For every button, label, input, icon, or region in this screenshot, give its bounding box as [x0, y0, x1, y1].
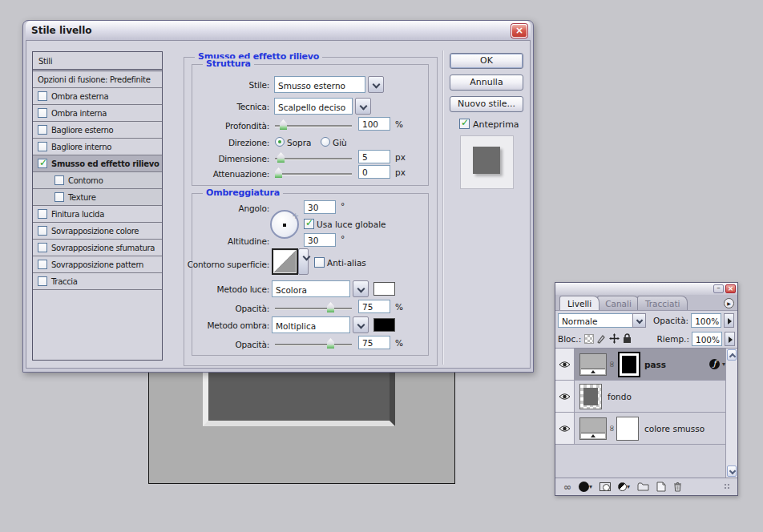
checkbox-icon[interactable]	[38, 209, 47, 219]
opacita-luce-input[interactable]: 75	[358, 300, 390, 313]
dialog-titlebar[interactable]: Stile livello ×	[26, 21, 531, 40]
fill-spinner-icon[interactable]	[725, 332, 735, 346]
fill-input[interactable]: 100%	[692, 332, 722, 346]
metodo-ombra-select-arrow-icon[interactable]	[353, 316, 369, 333]
close-icon[interactable]: ×	[725, 284, 736, 293]
fx-icon[interactable]: ƒ	[709, 359, 720, 369]
palette-menu-icon[interactable]: ▶	[724, 298, 734, 308]
blend-mode-select[interactable]: Normale	[558, 313, 646, 328]
opacita-luce-slider-thumb[interactable]	[327, 302, 334, 312]
metodo-luce-select-arrow-icon[interactable]	[353, 280, 369, 297]
blend-mode-arrow-icon[interactable]	[632, 313, 646, 328]
layer-name[interactable]: colore smusso	[644, 424, 704, 433]
tab-tracciati[interactable]: Tracciati	[637, 296, 688, 310]
direzione-giu-radio[interactable]	[321, 137, 330, 147]
metodo-ombra-select[interactable]: Moltiplica	[272, 316, 350, 333]
lock-all-padlock-icon[interactable]	[622, 333, 632, 344]
checkbox-icon[interactable]	[38, 108, 47, 118]
checkbox-icon[interactable]	[38, 260, 47, 269]
adjustment-layer-icon[interactable]: ▾	[618, 482, 630, 491]
new-group-folder-icon[interactable]	[637, 482, 649, 491]
resize-grip-icon[interactable]	[724, 483, 731, 490]
checkbox-icon[interactable]	[54, 175, 64, 185]
minimize-icon[interactable]: –	[713, 284, 724, 293]
nuovo-stile-button[interactable]: Nuovo stile...	[450, 96, 523, 112]
visibility-eye-icon[interactable]	[555, 413, 575, 444]
opacita-ombra-input[interactable]: 75	[358, 336, 390, 349]
checkbox-icon[interactable]	[38, 226, 47, 236]
checkbox-icon[interactable]	[38, 125, 47, 135]
visibility-eye-icon[interactable]	[555, 349, 575, 380]
angolo-input[interactable]: 30	[304, 200, 336, 214]
style-item-opzioni-fusione[interactable]: Opzioni di fusione: Predefinite	[33, 71, 162, 88]
style-item-contorno[interactable]: Contorno	[33, 172, 162, 189]
style-item-bagliore-interno[interactable]: Bagliore interno	[33, 139, 162, 155]
opacita-luce-slider[interactable]	[275, 308, 352, 309]
layer-mask-link-icon[interactable]: ∞	[607, 360, 617, 369]
checkbox-icon[interactable]	[38, 276, 47, 286]
link-layers-icon[interactable]: ∞	[563, 482, 571, 493]
contour-picker-arrow-icon[interactable]	[298, 248, 309, 275]
layer-mask-thumbnail-white[interactable]	[616, 417, 639, 441]
annulla-button[interactable]: Annulla	[450, 75, 523, 91]
lock-transparency-icon[interactable]	[583, 333, 594, 344]
lock-pixels-brush-icon[interactable]	[596, 333, 607, 344]
angle-dial[interactable]: +	[270, 210, 299, 239]
shadow-color-swatch[interactable]	[373, 318, 395, 332]
new-layer-icon[interactable]	[656, 482, 666, 492]
layer-thumbnail-transparent[interactable]	[579, 384, 602, 409]
layer-name[interactable]: pass	[644, 360, 666, 369]
scroll-down-icon[interactable]	[727, 466, 737, 477]
tab-canali[interactable]: Canali	[597, 296, 640, 310]
attenuazione-slider-thumb[interactable]	[275, 167, 282, 178]
metodo-luce-select[interactable]: Scolora	[272, 280, 350, 297]
contour-picker[interactable]	[272, 248, 298, 275]
stile-select-arrow-icon[interactable]	[368, 76, 384, 93]
visibility-eye-icon[interactable]	[555, 381, 575, 412]
add-layer-style-icon[interactable]: ▾	[579, 482, 592, 492]
direzione-sopra-radio[interactable]	[275, 137, 285, 147]
tab-livelli[interactable]: Livelli	[559, 296, 600, 310]
checkbox-checked-icon[interactable]	[38, 159, 47, 168]
layer-row-colore-smusso[interactable]: ∞ colore smusso	[555, 413, 737, 445]
scroll-up-icon[interactable]	[727, 349, 737, 361]
dimensione-slider[interactable]	[275, 158, 352, 159]
antialias-checkbox[interactable]	[314, 257, 325, 268]
dimensione-slider-thumb[interactable]	[277, 152, 285, 163]
palette-titlebar[interactable]: – ×	[555, 283, 737, 295]
layer-thumbnail-levels[interactable]	[579, 353, 607, 376]
style-item-sovrapposizione-colore[interactable]: Sovrapposizione colore	[33, 223, 162, 240]
checkbox-icon[interactable]	[38, 243, 47, 252]
stile-select[interactable]: Smusso esterno	[274, 76, 365, 93]
style-item-sovrapposizione-pattern[interactable]: Sovrapposizione pattern	[33, 256, 162, 273]
tecnica-select[interactable]: Scalpello deciso	[274, 98, 353, 115]
tecnica-select-arrow-icon[interactable]	[355, 98, 371, 115]
style-item-smusso-rilievo[interactable]: Smusso ed effetto rilievo	[33, 155, 162, 172]
checkbox-icon[interactable]	[54, 192, 64, 202]
style-item-finitura-lucida[interactable]: Finitura lucida	[33, 206, 162, 223]
opacita-ombra-slider[interactable]	[275, 344, 352, 345]
attenuazione-slider[interactable]	[275, 173, 352, 175]
layers-scrollbar[interactable]	[725, 349, 737, 478]
style-item-ombra-interna[interactable]: Ombra interna	[33, 105, 162, 122]
checkbox-icon[interactable]	[38, 142, 47, 151]
document-canvas[interactable]	[148, 372, 455, 484]
layer-row-fondo[interactable]: fondo	[555, 381, 737, 413]
highlight-color-swatch[interactable]	[373, 282, 395, 296]
add-layer-mask-icon[interactable]	[600, 482, 611, 491]
lock-position-move-icon[interactable]	[609, 333, 620, 344]
close-icon[interactable]: ×	[511, 24, 527, 38]
profondita-slider-thumb[interactable]	[280, 119, 287, 130]
layer-thumbnail-levels[interactable]	[579, 417, 607, 440]
style-item-traccia[interactable]: Traccia	[33, 273, 162, 290]
anteprima-checkbox[interactable]	[459, 119, 470, 129]
layer-mask-thumbnail-black[interactable]	[620, 353, 639, 376]
opacity-input[interactable]: 100%	[691, 313, 721, 328]
opacity-spinner-icon[interactable]	[724, 313, 734, 328]
style-item-ombra-esterna[interactable]: Ombra esterna	[33, 88, 162, 105]
dimensione-input[interactable]: 5	[358, 150, 390, 163]
usa-luce-globale-checkbox[interactable]	[304, 219, 314, 229]
layer-name[interactable]: fondo	[608, 392, 632, 401]
altitudine-input[interactable]: 30	[304, 233, 336, 247]
style-item-sovrapposizione-sfumatura[interactable]: Sovrapposizione sfumatura	[33, 240, 162, 256]
